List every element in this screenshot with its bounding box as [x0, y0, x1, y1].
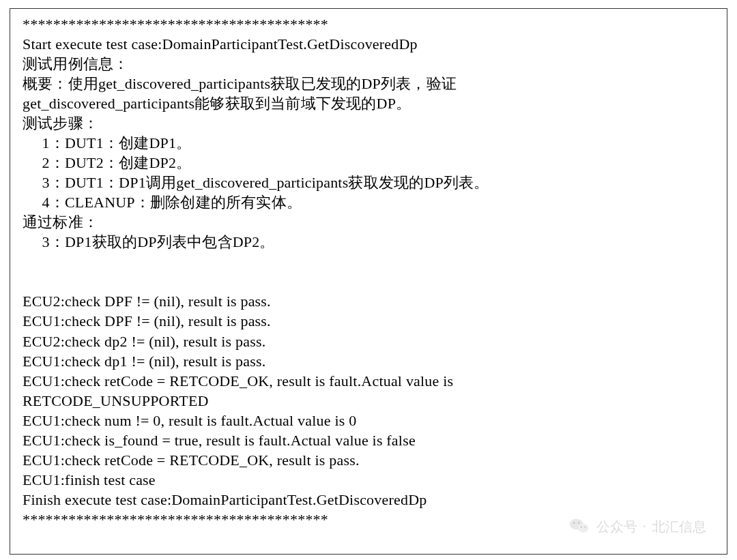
finish-2: Finish execute test case:DomainParticipa… [23, 491, 427, 508]
steps-header: 测试步骤： [23, 115, 98, 132]
watermark-source: 北汇信息 [652, 518, 706, 536]
svg-point-1 [578, 524, 589, 533]
step-1: 1：DUT1：创建DP1。 [23, 134, 191, 151]
svg-point-5 [585, 527, 586, 528]
summary-line-1: 概要：使用get_discovered_participants获取已发现的DP… [23, 75, 457, 92]
check-4: ECU1:check dp1 != (nil), result is pass. [23, 353, 265, 370]
check-5b: RETCODE_UNSUPPORTED [23, 392, 209, 409]
check-6: ECU1:check num != 0, result is fault.Act… [23, 412, 356, 429]
test-log: ****************************************… [23, 14, 714, 529]
watermark-separator: · [643, 519, 646, 535]
step-4: 4：CLEANUP：删除创建的所有实体。 [23, 194, 302, 211]
step-2: 2：DUT2：创建DP2。 [23, 154, 191, 171]
check-7: ECU1:check is_found = true, result is fa… [23, 432, 416, 449]
separator-top: **************************************** [23, 16, 328, 33]
check-8: ECU1:check retCode = RETCODE_OK, result … [23, 452, 360, 469]
pass-header: 通过标准： [23, 213, 98, 231]
check-3: ECU2:check dp2 != (nil), result is pass. [23, 333, 265, 350]
wechat-icon [568, 514, 591, 540]
pass-criteria: 3：DP1获取的DP列表中包含DP2。 [23, 233, 275, 250]
svg-point-3 [578, 522, 580, 524]
start-line: Start execute test case:DomainParticipan… [23, 35, 418, 53]
check-5a: ECU1:check retCode = RETCODE_OK, result … [23, 372, 453, 389]
svg-point-2 [573, 522, 575, 524]
log-frame: ****************************************… [10, 8, 727, 555]
svg-point-4 [581, 527, 582, 528]
info-header: 测试用例信息： [23, 55, 128, 72]
finish-1: ECU1:finish test case [23, 471, 156, 488]
separator-bottom: **************************************** [23, 511, 328, 528]
watermark: 公众号 · 北汇信息 [568, 514, 706, 540]
page: ****************************************… [0, 0, 737, 560]
watermark-label: 公众号 [596, 518, 637, 536]
step-3: 3：DUT1：DP1调用get_discovered_participants获… [23, 174, 489, 191]
summary-line-2: get_discovered_participants能够获取到当前域下发现的D… [23, 95, 411, 112]
check-1: ECU2:check DPF != (nil), result is pass. [23, 293, 271, 310]
check-2: ECU1:check DPF != (nil), result is pass. [23, 312, 271, 329]
